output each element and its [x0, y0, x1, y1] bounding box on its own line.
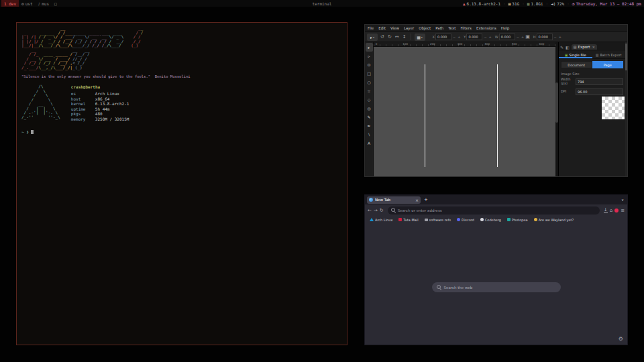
menu-view[interactable]: View: [390, 26, 399, 30]
bookmark-arch-linux[interactable]: Arch Linux: [370, 218, 392, 222]
menu-filters[interactable]: Filters: [460, 26, 472, 30]
ellipse-tool[interactable]: ○: [366, 78, 373, 86]
bookmark-discord[interactable]: Discord: [457, 218, 474, 222]
menu-path[interactable]: Path: [435, 26, 443, 30]
list-tabs-icon[interactable]: ∨: [621, 198, 624, 202]
extension-icon[interactable]: [614, 208, 619, 213]
export-dialog: ✎ ◧ ▤ Export × ▣Single File ▥Batch Expor…: [558, 42, 625, 176]
pen-tool[interactable]: ✒: [366, 121, 373, 130]
flip-vertical-icon[interactable]: ↕: [402, 34, 407, 40]
increment-button[interactable]: +: [488, 35, 492, 39]
document-button[interactable]: Document: [561, 61, 592, 68]
menu-text[interactable]: Text: [448, 26, 455, 30]
layers-dialog-icon[interactable]: ◧: [566, 45, 570, 50]
canvas[interactable]: [374, 47, 555, 176]
flip-horizontal-icon[interactable]: ↔: [394, 34, 400, 40]
bookmark-photopea[interactable]: Photopea: [507, 218, 528, 222]
pencil-tool[interactable]: ✎: [366, 113, 373, 121]
decrement-button[interactable]: −: [516, 35, 520, 39]
new-tab-button[interactable]: +: [424, 197, 428, 202]
scrollbar-thumb[interactable]: [555, 82, 558, 123]
width-input[interactable]: 794: [576, 78, 623, 85]
shell-prompt[interactable]: ~ ❯: [21, 129, 342, 134]
workspace-empty[interactable]: □: [52, 0, 60, 7]
account-icon[interactable]: ⌂: [610, 208, 612, 213]
align-icon: ▦: [417, 35, 421, 40]
fetch-label: host: [71, 97, 95, 102]
tab-batch-export[interactable]: ▥Batch Export: [592, 51, 626, 58]
calligraphy-tool[interactable]: ∖: [366, 130, 373, 139]
increment-button[interactable]: +: [558, 35, 562, 39]
export-scope-buttons: Document Page: [561, 61, 623, 68]
w-input[interactable]: 0.000: [499, 34, 515, 40]
workspace-label: mus: [42, 1, 49, 6]
decrement-button[interactable]: −: [452, 35, 456, 39]
menu-help[interactable]: Help: [501, 26, 510, 30]
spiral-tool[interactable]: ◎: [366, 104, 373, 113]
menu-object[interactable]: Object: [419, 26, 431, 30]
reload-button[interactable]: ↻: [380, 208, 384, 213]
y-input[interactable]: 0.000: [466, 34, 482, 40]
fetch-value: 5h 44m: [95, 107, 110, 112]
workspace-ust[interactable]: ⚙ust: [19, 0, 35, 7]
rotate-ccw-icon[interactable]: ↺: [380, 34, 385, 40]
url-bar[interactable]: Search or enter address: [388, 206, 600, 215]
dpi-input[interactable]: 96.00: [576, 88, 623, 95]
fetch-row-host: hostx86_64: [71, 97, 129, 102]
scrollbar-thumb[interactable]: [625, 44, 627, 70]
tab-single-file[interactable]: ▣Single File: [559, 51, 592, 58]
ascii-banner-welcome: __ __ _ _____ / /________ ____ ___ ___ /…: [21, 26, 342, 48]
menu-edit[interactable]: Edit: [378, 26, 386, 30]
arch-logo-icon: ▲: [463, 1, 466, 6]
personalize-gear-icon[interactable]: ⚙: [619, 336, 623, 342]
bookmark-codeberg[interactable]: Codeberg: [480, 218, 501, 222]
menu-file[interactable]: File: [368, 26, 374, 30]
rotate-cw-icon[interactable]: ↻: [387, 34, 392, 40]
h-input[interactable]: 0.000: [537, 34, 553, 40]
export-dialog-tab[interactable]: ▤ Export ×: [572, 44, 597, 50]
back-button[interactable]: ←: [368, 208, 372, 213]
decrement-button[interactable]: −: [483, 35, 487, 39]
text-tool[interactable]: A: [366, 139, 373, 147]
panel-scrollbar[interactable]: [625, 42, 627, 176]
x-input[interactable]: 0.000: [435, 34, 451, 40]
page-button[interactable]: Page: [592, 61, 624, 68]
decrement-button[interactable]: −: [553, 35, 557, 39]
menu-layer[interactable]: Layer: [404, 26, 414, 30]
canvas-scrollbar[interactable]: [555, 42, 558, 176]
rectangle-tool[interactable]: □: [366, 69, 373, 78]
app-menu-icon[interactable]: ≡: [621, 208, 625, 213]
workspace-mus[interactable]: ♪mus: [36, 0, 52, 7]
tab-new-tab[interactable]: New Tab ×: [367, 196, 421, 204]
terminal-window[interactable]: __ __ _ _____ / /________ ____ ___ ___ /…: [16, 22, 347, 345]
lock-ratio-icon[interactable]: ▣: [525, 34, 531, 40]
fill-stroke-dialog-icon[interactable]: ✎: [560, 45, 564, 50]
inkscape-window[interactable]: FileEditViewLayerObjectPathTextFiltersEx…: [364, 24, 628, 177]
forward-button[interactable]: →: [374, 208, 378, 213]
bookmark-are-we-wayland-yet-[interactable]: Are we Wayland yet?: [534, 218, 574, 222]
node-tool[interactable]: ▹: [366, 52, 373, 60]
menu-extensions[interactable]: Extensions: [476, 26, 496, 30]
favicon-circle: [457, 218, 460, 221]
zoom-tool[interactable]: ⊙: [366, 60, 373, 69]
increment-button[interactable]: +: [457, 35, 461, 39]
align-dropdown[interactable]: ▦▾: [415, 34, 425, 41]
bookmark-tuta-mail[interactable]: Tuta Mail: [398, 218, 418, 222]
fetch-value: 480: [95, 111, 103, 117]
page-border-right: [497, 64, 498, 167]
star-tool[interactable]: ☆: [366, 86, 373, 95]
bookmark-software-refs[interactable]: software refs: [425, 218, 451, 222]
separator: ·: [546, 1, 549, 6]
selection-mode-dropdown[interactable]: ▸▾: [367, 34, 378, 41]
export-tab-title: Export: [578, 45, 590, 49]
gear-icon: ⚙: [21, 1, 24, 6]
firefox-window[interactable]: New Tab × + ∨ ← → ↻ Search or enter addr…: [364, 194, 628, 345]
close-tab-icon[interactable]: ×: [415, 198, 419, 202]
box3d-tool[interactable]: ◇: [366, 95, 373, 104]
web-search-box[interactable]: Search the web: [432, 282, 561, 292]
downloads-icon[interactable]: ↓: [604, 207, 608, 213]
close-dialog-icon[interactable]: ×: [592, 45, 595, 49]
selector-tool[interactable]: ▸: [366, 43, 373, 52]
chevron-down-icon: ▾: [421, 36, 423, 39]
workspace-1-dev[interactable]: 1 dev: [1, 0, 19, 7]
